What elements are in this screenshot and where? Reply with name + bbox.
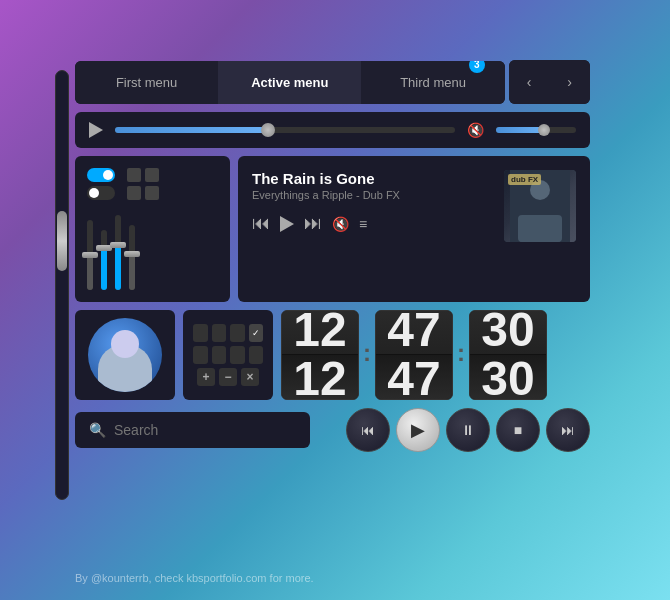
menu-button[interactable]: ≡ — [359, 216, 367, 232]
grid-cell-2[interactable] — [212, 324, 227, 342]
grid-row-2 — [193, 346, 263, 364]
grid-row-1: ✓ — [193, 324, 263, 342]
grid-cell-6[interactable] — [212, 346, 227, 364]
grid-row-3: + − × — [193, 368, 263, 386]
avatar-panel — [75, 310, 175, 400]
big-forward-button[interactable]: ⏭ — [546, 408, 590, 452]
last-row: 🔍 ⏮ ▶ ⏸ ■ ⏭ — [75, 408, 590, 452]
grid-minus-button[interactable]: − — [219, 368, 237, 386]
mute-button[interactable]: 🔇 — [332, 216, 349, 232]
sq-btn-4[interactable] — [145, 186, 159, 200]
fader-2[interactable] — [101, 230, 107, 290]
flip-clock: 12 12 : 47 47 : 30 3 — [281, 310, 590, 400]
flip-bottom-minutes: 47 — [376, 355, 452, 399]
next-nav-button[interactable]: › — [549, 60, 590, 104]
fader-3[interactable] — [115, 215, 121, 290]
menu-tabs: First menu Active menu 3 Third menu — [75, 61, 505, 104]
flip-sep-2: : — [457, 339, 465, 367]
music-player: The Rain is Gone Everythings a Ripple - … — [238, 156, 590, 302]
sq-btn-3[interactable] — [127, 186, 141, 200]
grid-cell-7[interactable] — [230, 346, 245, 364]
mixer-panel — [75, 156, 230, 302]
prev-nav-button[interactable]: ‹ — [509, 60, 550, 104]
tab-third[interactable]: 3 Third menu — [361, 61, 504, 104]
tab-active[interactable]: Active menu — [218, 61, 361, 104]
volume-icon[interactable]: 🔇 — [467, 122, 484, 138]
mixer-toggles — [87, 168, 218, 200]
small-buttons — [127, 168, 159, 200]
progress-bar[interactable] — [115, 127, 455, 133]
middle-row: The Rain is Gone Everythings a Ripple - … — [75, 156, 590, 302]
album-art: dub FX — [504, 170, 576, 242]
avatar-head — [111, 330, 139, 358]
big-stop-button[interactable]: ■ — [496, 408, 540, 452]
progress-fill — [115, 127, 268, 133]
bottom-row: ✓ + − × 12 12 — [75, 310, 590, 400]
big-pause-button[interactable]: ⏸ — [446, 408, 490, 452]
grid-cell-8[interactable] — [249, 346, 264, 364]
grid-cell-1[interactable] — [193, 324, 208, 342]
svg-rect-2 — [518, 215, 562, 242]
player-bar: 🔇 — [75, 112, 590, 148]
vertical-scrollbar[interactable] — [55, 70, 69, 500]
flip-bottom-seconds: 30 — [470, 355, 546, 399]
search-input[interactable] — [114, 422, 296, 438]
volume-bar[interactable] — [496, 127, 576, 133]
flip-top-seconds: 30 — [470, 311, 546, 355]
flip-minutes: 47 47 — [375, 310, 453, 400]
flip-hours: 12 12 — [281, 310, 359, 400]
big-rewind-button[interactable]: ⏮ — [346, 408, 390, 452]
faders — [87, 210, 218, 290]
notification-badge: 3 — [469, 61, 485, 73]
nav-buttons: ‹ › — [509, 60, 590, 104]
fader-4[interactable] — [129, 225, 135, 290]
sq-btn-2[interactable] — [145, 168, 159, 182]
footer: By @kounterrb, check kbsportfolio.com fo… — [75, 572, 314, 584]
search-icon: 🔍 — [89, 422, 106, 438]
toggle-group — [87, 168, 115, 200]
avatar — [88, 318, 162, 392]
fast-forward-button[interactable]: ⏭ — [304, 213, 322, 234]
big-controls: ⏮ ▶ ⏸ ■ ⏭ — [318, 408, 590, 452]
mini-play-button[interactable] — [89, 122, 103, 138]
grid-panel: ✓ + − × — [183, 310, 273, 400]
fader-1[interactable] — [87, 220, 93, 290]
grid-cell-4[interactable]: ✓ — [249, 324, 264, 342]
volume-fill — [496, 127, 544, 133]
grid-add-button[interactable]: + — [197, 368, 215, 386]
toggle-1[interactable] — [87, 168, 115, 182]
play-button[interactable] — [280, 216, 294, 232]
flip-seconds: 30 30 — [469, 310, 547, 400]
grid-cell-5[interactable] — [193, 346, 208, 364]
progress-thumb[interactable] — [261, 123, 275, 137]
sq-btn-1[interactable] — [127, 168, 141, 182]
grid-close-button[interactable]: × — [241, 368, 259, 386]
tab-first[interactable]: First menu — [75, 61, 218, 104]
grid-cell-3[interactable] — [230, 324, 245, 342]
flip-sep-1: : — [363, 339, 371, 367]
big-play-button[interactable]: ▶ — [396, 408, 440, 452]
ui-container: First menu Active menu 3 Third menu ‹ › … — [75, 60, 590, 452]
flip-top-minutes: 47 — [376, 311, 452, 355]
menu-bar: First menu Active menu 3 Third menu ‹ › — [75, 60, 590, 104]
volume-thumb[interactable] — [538, 124, 550, 136]
flip-bottom-hours: 12 — [282, 355, 358, 399]
rewind-button[interactable]: ⏮ — [252, 213, 270, 234]
search-bar: 🔍 — [75, 412, 310, 448]
toggle-2[interactable] — [87, 186, 115, 200]
album-label: dub FX — [508, 174, 541, 185]
album-art-inner: dub FX — [504, 170, 576, 242]
scrollbar-thumb[interactable] — [57, 211, 67, 271]
flip-top-hours: 12 — [282, 311, 358, 355]
